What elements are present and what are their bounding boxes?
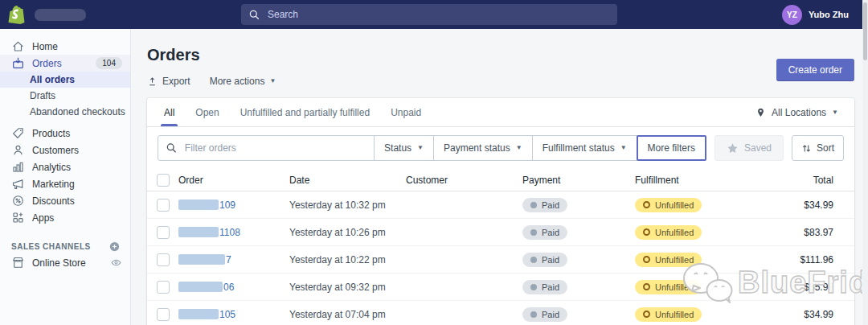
main-content: Orders Export More actions ▼ Create orde…: [131, 29, 868, 325]
sidebar-item-all-orders[interactable]: All orders: [0, 72, 130, 88]
row-checkbox[interactable]: [157, 253, 170, 266]
chevron-down-icon: ▼: [832, 109, 838, 116]
sidebar-item-products[interactable]: Products: [0, 125, 130, 142]
page-scrollbar[interactable]: [862, 0, 868, 325]
add-channel-button[interactable]: [108, 241, 121, 253]
table-row[interactable]: 109 Yesterday at 10:32 pm Paid Unfulfill…: [147, 191, 854, 219]
row-checkbox[interactable]: [157, 281, 170, 294]
create-order-button[interactable]: Create order: [776, 59, 854, 81]
fulfillment-status-filter-button[interactable]: Fulfillment status ▼: [532, 135, 637, 161]
tab-unfulfilled[interactable]: Unfulfilled and partially fulfilled: [230, 98, 380, 126]
user-menu[interactable]: YZ Yubo Zhu: [782, 0, 849, 29]
search-input[interactable]: [266, 8, 609, 21]
sidebar-item-abandoned-checkouts[interactable]: Abandoned checkouts: [0, 104, 130, 120]
tab-open[interactable]: Open: [185, 98, 229, 126]
customers-icon: [11, 143, 25, 157]
order-prefix-redacted: [178, 282, 223, 292]
locations-dropdown[interactable]: All Locations ▼: [746, 98, 848, 126]
sidebar-item-analytics[interactable]: Analytics: [0, 158, 130, 175]
column-header-date[interactable]: Date: [289, 175, 406, 186]
chevron-down-icon: ▼: [417, 145, 424, 151]
order-number-link[interactable]: 7: [178, 254, 289, 265]
home-icon: [11, 39, 25, 53]
sidebar-item-marketing[interactable]: Marketing: [0, 175, 130, 192]
order-total: $83.97: [772, 227, 833, 238]
store-name-redacted: [35, 9, 86, 21]
search-icon: [249, 10, 260, 20]
user-name: Yubo Zhu: [809, 10, 849, 19]
marketing-icon: [11, 177, 25, 191]
scrollbar-thumb[interactable]: [863, 2, 867, 60]
order-number-link[interactable]: 1108: [178, 227, 289, 238]
sidebar-item-orders[interactable]: Orders 104: [0, 55, 130, 72]
sort-button[interactable]: Sort: [792, 135, 844, 161]
filter-orders-input[interactable]: [183, 142, 366, 154]
filter-orders-field[interactable]: [158, 135, 375, 161]
paid-dot-icon: [530, 202, 537, 208]
chevron-down-icon: ▼: [269, 78, 276, 84]
tab-unpaid[interactable]: Unpaid: [380, 98, 432, 126]
order-date: Yesterday at 10:26 pm: [289, 227, 406, 238]
column-header-payment[interactable]: Payment: [522, 175, 635, 186]
table-header: Order Date Customer Payment Fulfillment …: [147, 169, 854, 191]
order-number-link[interactable]: 109: [178, 200, 289, 211]
order-prefix-redacted: [178, 227, 219, 237]
table-row[interactable]: 06 Yesterday at 09:32 pm Paid Unfulfille…: [147, 274, 854, 301]
order-number-link[interactable]: 105: [178, 309, 289, 320]
order-total: $34.99: [772, 200, 833, 211]
column-header-order[interactable]: Order: [178, 175, 289, 186]
row-checkbox[interactable]: [157, 199, 170, 212]
table-row[interactable]: 7 Yesterday at 10:22 pm Paid Unfulfilled…: [147, 246, 854, 274]
sidebar-item-customers[interactable]: Customers: [0, 142, 130, 158]
status-filter-button[interactable]: Status ▼: [374, 135, 434, 161]
unfulfilled-ring-icon: [643, 256, 650, 263]
paid-dot-icon: [530, 229, 537, 236]
shopify-logo-icon[interactable]: [8, 5, 26, 24]
order-prefix-redacted: [178, 200, 219, 210]
orders-count-badge: 104: [96, 57, 122, 69]
select-all-checkbox[interactable]: [157, 174, 170, 187]
export-icon: [147, 76, 158, 87]
sidebar-item-drafts[interactable]: Drafts: [0, 88, 130, 104]
payment-status-badge: Paid: [522, 198, 567, 212]
sidebar-item-online-store[interactable]: Online Store: [0, 254, 130, 271]
sales-channels-header: SALES CHANNELS: [0, 238, 130, 254]
more-filters-button[interactable]: More filters: [637, 135, 706, 161]
row-checkbox[interactable]: [157, 308, 170, 321]
export-button[interactable]: Export: [147, 76, 190, 87]
view-store-eye-icon[interactable]: [110, 257, 122, 269]
more-actions-button[interactable]: More actions ▼: [210, 76, 276, 87]
tab-all[interactable]: All: [154, 98, 185, 126]
discounts-icon: [11, 194, 25, 208]
payment-status-filter-button[interactable]: Payment status ▼: [433, 135, 533, 161]
column-header-total[interactable]: Total: [772, 175, 833, 186]
paid-dot-icon: [530, 257, 537, 263]
fulfillment-status-badge: Unfulfilled: [635, 198, 702, 212]
column-header-fulfillment[interactable]: Fulfillment: [635, 175, 772, 186]
table-row[interactable]: 1108 Yesterday at 10:26 pm Paid Unfulfil…: [147, 219, 854, 246]
topbar: YZ Yubo Zhu: [0, 0, 868, 29]
order-total: $34.99: [772, 309, 833, 320]
paid-dot-icon: [530, 284, 537, 290]
fulfillment-status-badge: Unfulfilled: [635, 280, 702, 294]
orders-card: All Open Unfulfilled and partially fulfi…: [147, 98, 854, 325]
chevron-down-icon: ▼: [516, 145, 522, 151]
order-prefix-redacted: [178, 309, 219, 319]
orders-icon: [11, 56, 25, 70]
sort-arrows-icon: [801, 143, 812, 154]
column-header-customer[interactable]: Customer: [406, 175, 522, 186]
saved-button[interactable]: Saved: [714, 135, 784, 161]
sidebar-item-discounts[interactable]: Discounts: [0, 192, 130, 209]
row-checkbox[interactable]: [157, 226, 170, 239]
tabs-bar: All Open Unfulfilled and partially fulfi…: [147, 98, 854, 127]
order-total: $55.98: [772, 282, 833, 293]
sidebar-item-home[interactable]: Home: [0, 38, 130, 55]
sidebar-item-apps[interactable]: Apps: [0, 209, 130, 226]
payment-status-badge: Paid: [522, 307, 567, 322]
order-number-link[interactable]: 06: [178, 282, 289, 293]
paid-dot-icon: [530, 311, 537, 318]
storefront-icon: [11, 256, 25, 269]
global-search[interactable]: [241, 4, 617, 25]
table-row[interactable]: 105 Yesterday at 07:04 pm Paid Unfulfill…: [147, 301, 854, 325]
order-date: Yesterday at 10:32 pm: [289, 200, 406, 211]
